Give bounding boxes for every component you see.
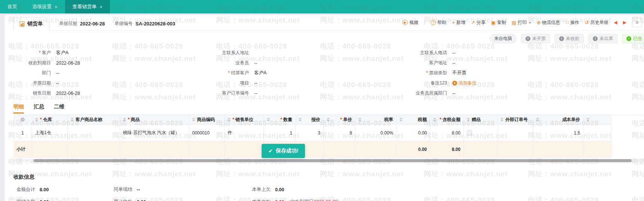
sort-desc-icon [228, 120, 231, 121]
table-cell[interactable]: 0.00 [397, 125, 430, 141]
gift-checkbox[interactable] [467, 130, 472, 136]
menu-icon[interactable]: ≡ [632, 18, 642, 27]
column-header: 税率 [355, 115, 397, 125]
field-value[interactable]: -- [254, 61, 257, 66]
print-icon: ▤ [512, 20, 516, 25]
doc-number-value: SA-20220628-003 [136, 21, 175, 27]
form-field: 销售日期2022-06-28 [13, 88, 193, 98]
field-value[interactable]: 2022-06-28 [56, 61, 80, 66]
sort-icon[interactable] [433, 118, 436, 121]
gear-icon[interactable]: ⚙ [20, 117, 25, 123]
column-header-label: 税额 [418, 117, 427, 123]
table-cell[interactable]: 桃味·苏打气泡水 汽水（罐） [120, 125, 189, 141]
table-cell[interactable] [583, 125, 611, 141]
field-value[interactable]: -- [452, 91, 455, 96]
sort-desc-icon [586, 120, 589, 121]
sort-asc-icon [586, 118, 589, 119]
table-cell[interactable]: 1 [264, 125, 296, 141]
history-icon: ↺ [585, 20, 589, 25]
toolbar-grid-button[interactable]: ∷操作 [566, 19, 579, 26]
form-field: *结算客户客户A [193, 68, 391, 78]
toolbar-history-button[interactable]: ↺历史单据 [585, 19, 608, 26]
payment-field-value: 8.00 [40, 187, 49, 192]
toolbar-separator: | [424, 20, 425, 25]
field-value[interactable]: 不开票 [452, 70, 466, 76]
sort-icon[interactable] [327, 118, 330, 121]
toolbar-video-button[interactable]: ▶视频 [403, 19, 418, 26]
field-value[interactable]: -- [452, 61, 455, 66]
sort-icon[interactable] [299, 118, 302, 121]
sort-asc-icon [192, 118, 195, 119]
horizontal-scrollbar[interactable] [13, 159, 644, 163]
table-cell[interactable] [68, 125, 120, 141]
field-value[interactable]: 2022-06-28 [56, 91, 80, 96]
column-header: *单价 [324, 115, 355, 125]
check-circle-icon: ✓ [626, 36, 631, 41]
tab-明细[interactable]: 明细 [13, 103, 24, 114]
toolbar-print-button[interactable]: ▤打印▾ [512, 19, 531, 26]
sort-icon[interactable] [536, 118, 539, 121]
sort-desc-icon [192, 120, 195, 121]
table-cell[interactable]: 0.00% [355, 125, 397, 141]
browser-tab-2[interactable]: 查看销货单× [65, 0, 110, 13]
doc-type-tab[interactable]: 销货单 [13, 17, 49, 31]
sort-icon[interactable] [358, 118, 361, 121]
toolbar-copy-button[interactable]: ▣复制 [491, 19, 506, 26]
sort-icon[interactable] [123, 118, 126, 121]
close-icon[interactable]: × [55, 4, 58, 10]
payment-field-value: -- [137, 187, 140, 192]
table-cell[interactable]: 0000010 [189, 125, 225, 141]
add-remark-link[interactable]: +添加备注 [452, 80, 477, 86]
tab-汇总[interactable]: 汇总 [34, 103, 44, 112]
field-value[interactable]: -- [56, 71, 59, 76]
field-value[interactable]: 客户A [56, 50, 68, 56]
field-value[interactable]: -- [452, 50, 455, 56]
scrollbar-thumb[interactable] [34, 159, 632, 162]
table-cell[interactable]: 3 [296, 125, 324, 141]
form-column-2: 主联系人地址业务员--*结算客户客户A项目--客户订单编号-- [193, 48, 391, 98]
field-value[interactable]: 客户A [254, 70, 266, 76]
table-cell[interactable]: 1 [13, 125, 32, 141]
browser-tab-1[interactable]: 选项设置× [25, 0, 65, 13]
field-value[interactable]: -- [254, 81, 257, 86]
sort-icon[interactable] [192, 118, 195, 121]
field-value[interactable]: -- [56, 81, 59, 86]
table-cell[interactable]: 8 [324, 125, 355, 141]
prev-arrow-icon[interactable]: ◀ [614, 20, 617, 25]
table-cell[interactable]: 上海1仓 [32, 125, 68, 141]
toolbar-help-button[interactable]: ?帮助 [431, 19, 446, 26]
toolbar-button-label: 物流信息 [542, 19, 560, 26]
required-star: * [426, 70, 428, 75]
sort-icon[interactable] [586, 118, 589, 121]
field-value[interactable]: -- [254, 91, 257, 96]
payment-row: 实销金额0.00累计收款0.00本单欠款0.00（收款到期日2022-06-28… [13, 199, 644, 201]
sort-icon[interactable] [400, 118, 403, 121]
sort-icon[interactable] [500, 118, 503, 121]
subtotal-cell [583, 141, 611, 158]
browser-tab-0[interactable]: 首页 [0, 0, 25, 13]
sort-desc-icon [433, 120, 436, 121]
table-cell[interactable]: 1.5 [533, 125, 583, 141]
toolbar-plus-button[interactable]: +新增 [452, 19, 465, 26]
close-icon[interactable]: × [100, 4, 103, 10]
sort-asc-icon [358, 118, 361, 119]
column-header[interactable]: ⚙ [13, 115, 32, 125]
column-header-label: 成本单价 [562, 117, 580, 123]
sort-icon[interactable] [228, 118, 231, 121]
sort-icon[interactable] [467, 118, 470, 121]
table-cell[interactable]: 8.00 [430, 125, 464, 141]
table-cell[interactable] [497, 125, 533, 141]
table-cell[interactable]: 件 [225, 125, 264, 141]
tab-二维[interactable]: 二维 [54, 103, 64, 112]
toolbar-button-label: 打印 [518, 19, 527, 26]
toolbar-logistics-button[interactable]: ⊕物流信息 [536, 19, 560, 26]
sort-icon[interactable] [71, 118, 74, 121]
column-header-label: *商品 [128, 117, 140, 123]
table-cell[interactable] [464, 125, 497, 141]
next-arrow-icon[interactable]: ▶ [623, 20, 626, 25]
sort-icon[interactable] [267, 118, 270, 121]
sort-icon[interactable] [35, 118, 38, 121]
browser-tab-bar: 首页选项设置×查看销货单× [0, 0, 644, 13]
toolbar-share-button[interactable]: ↗分享 [471, 19, 486, 26]
payment-field-label: 累计收款 [114, 199, 132, 201]
